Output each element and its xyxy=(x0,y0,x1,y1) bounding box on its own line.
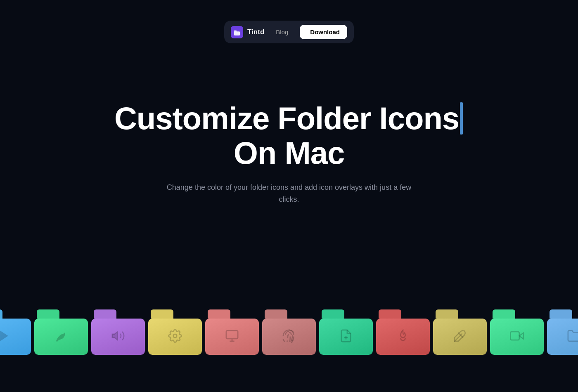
folder-strip xyxy=(0,309,578,355)
folder-purple xyxy=(91,309,145,355)
folder-blue xyxy=(0,309,31,355)
folder-icon-overlay xyxy=(339,329,353,346)
folder-yellow xyxy=(148,309,202,355)
svg-marker-3 xyxy=(112,332,118,340)
folder-icon-overlay xyxy=(396,329,410,346)
navbar: Tintd Blog Download xyxy=(224,21,354,43)
blog-link[interactable]: Blog xyxy=(272,26,291,38)
folder-tab xyxy=(94,309,116,319)
folder-red xyxy=(376,309,430,355)
folder-icon-overlay xyxy=(567,329,578,346)
svg-marker-2 xyxy=(0,331,8,341)
folder-tab xyxy=(493,309,515,319)
title-part2: On Mac xyxy=(234,136,345,170)
folder-icon-overlay xyxy=(225,329,239,346)
folder-icon-overlay xyxy=(168,329,182,346)
folder-icon-overlay xyxy=(111,329,125,346)
logo-icon xyxy=(231,26,243,38)
folder-tab xyxy=(37,309,59,319)
folder-tab xyxy=(0,309,2,319)
svg-rect-13 xyxy=(510,332,519,340)
folder-tab xyxy=(436,309,458,319)
title-part1: Customize Folder Icons xyxy=(114,101,459,136)
download-button[interactable]: Download xyxy=(300,25,347,39)
folder-tab xyxy=(550,309,572,319)
hero-subtitle: Change the color of your folder icons an… xyxy=(165,182,413,205)
folder-tab xyxy=(265,309,287,319)
cursor-bar xyxy=(460,102,463,135)
folder-icon-overlay xyxy=(510,329,524,346)
folder-icon-overlay xyxy=(0,329,11,346)
hero-title: Customize Folder IconsOn Mac xyxy=(103,101,475,170)
folder-pink xyxy=(205,309,259,355)
folder-tab xyxy=(208,309,230,319)
folder-tab xyxy=(151,309,173,319)
svg-marker-12 xyxy=(519,333,524,339)
svg-rect-5 xyxy=(226,331,238,339)
logo: Tintd xyxy=(231,26,264,38)
folder-tab xyxy=(379,309,401,319)
folder-icon-overlay xyxy=(282,329,296,346)
folder-icon-overlay xyxy=(54,329,68,346)
folder-icon-overlay xyxy=(453,329,467,346)
download-label: Download xyxy=(310,28,340,35)
svg-rect-1 xyxy=(234,30,237,32)
folder-tan xyxy=(433,309,487,355)
logo-label: Tintd xyxy=(247,28,264,36)
folder-mint xyxy=(490,309,544,355)
hero-section: Customize Folder IconsOn Mac Change the … xyxy=(103,101,475,205)
folder-skyblue xyxy=(547,309,578,355)
folder-tab xyxy=(322,309,344,319)
svg-line-10 xyxy=(454,333,462,342)
folder-mauve xyxy=(262,309,316,355)
folder-green xyxy=(34,309,88,355)
svg-point-4 xyxy=(173,334,177,338)
folder-teal xyxy=(319,309,373,355)
